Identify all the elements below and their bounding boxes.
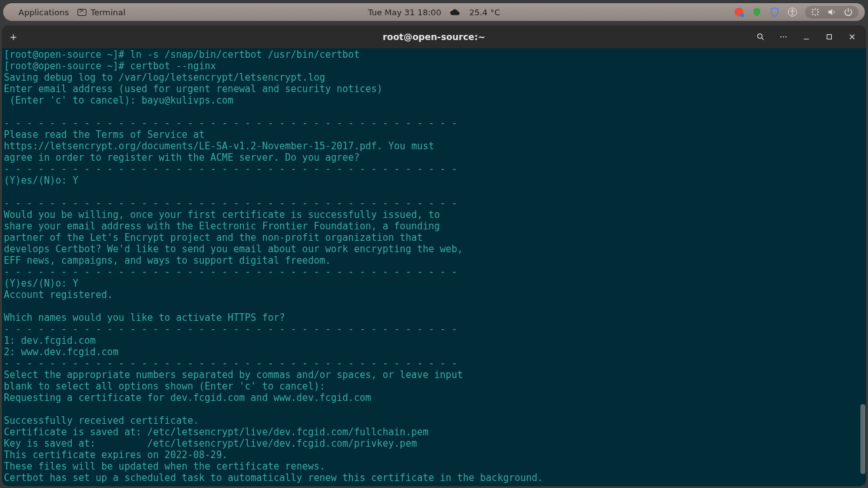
terminal-line: Certbot has set up a scheduled task to a… [4, 472, 864, 484]
terminal-line: Saving debug log to /var/log/letsencrypt… [4, 72, 864, 83]
terminal-icon [78, 9, 86, 16]
applications-menu[interactable]: Applications [18, 8, 69, 17]
terminal-window: + root@open-source:~ [root@open-source ~… [2, 25, 866, 486]
update-indicator-icon[interactable] [734, 7, 744, 17]
maximize-button[interactable] [819, 28, 839, 46]
terminal-output[interactable]: [root@open-source ~]# ln -s /snap/bin/ce… [2, 48, 866, 486]
terminal-line: partner of the Let's Encrypt project and… [4, 232, 864, 243]
terminal-line: Please read the Terms of Service at [4, 129, 864, 140]
terminal-line [4, 403, 864, 415]
clock[interactable]: Tue May 31 18:00 [368, 8, 441, 17]
shield-icon[interactable] [752, 7, 762, 17]
power-icon[interactable] [843, 7, 853, 17]
sysbar-right [734, 6, 858, 18]
terminal-line: - - - - - - - - - - - - - - - - - - - - … [4, 266, 864, 278]
terminal-line [4, 301, 864, 312]
terminal-line: https://letsencrypt.org/documents/LE-SA-… [4, 140, 864, 152]
terminal-line: Account registered. [4, 289, 864, 301]
terminal-line: These files will be updated when the cer… [4, 461, 864, 472]
sysbar-center: Tue May 31 18:00 25.4 °C [368, 7, 500, 17]
terminal-line: This certificate expires on 2022-08-29. [4, 449, 864, 461]
close-button[interactable] [842, 28, 862, 46]
sysbar-left: Applications Terminal [10, 8, 125, 17]
cloud-icon [450, 7, 460, 17]
terminal-line: agree in order to register with the ACME… [4, 152, 864, 163]
terminal-line: EFF news, campaigns, and ways to support… [4, 255, 864, 266]
new-tab-button[interactable]: + [2, 32, 25, 42]
svg-point-4 [783, 36, 784, 37]
terminal-line: (Y)es/(N)o: Y [4, 175, 864, 186]
terminal-line: 1: dev.fcgid.com [4, 335, 864, 346]
terminal-line: - - - - - - - - - - - - - - - - - - - - … [4, 118, 864, 129]
window-controls [750, 28, 866, 46]
volume-icon[interactable] [827, 7, 837, 17]
svg-point-1 [792, 10, 793, 11]
terminal-line: blank to select all options shown (Enter… [4, 381, 864, 392]
temperature: 25.4 °C [469, 8, 500, 17]
system-controls-cluster[interactable] [805, 6, 858, 18]
terminal-line: develops Certbot? We'd like to send you … [4, 243, 864, 255]
terminal-line: [root@open-source ~]# certbot --nginx [4, 60, 864, 72]
terminal-line [4, 186, 864, 198]
privacy-shield-icon[interactable] [770, 7, 780, 17]
svg-point-5 [785, 36, 787, 37]
network-icon[interactable] [810, 7, 820, 17]
terminal-app-label: Terminal [90, 8, 125, 17]
scrollbar-thumb[interactable] [860, 404, 865, 474]
minimize-button[interactable] [796, 28, 817, 46]
system-menu-bar: Applications Terminal Tue May 31 18:00 2… [3, 3, 865, 21]
scrollbar-track[interactable] [860, 48, 866, 486]
accessibility-icon[interactable] [787, 7, 797, 17]
terminal-line: Which names would you like to activate H… [4, 312, 864, 323]
terminal-line: Select the appropriate numbers separated… [4, 369, 864, 381]
terminal-line: (Y)es/(N)o: Y [4, 278, 864, 289]
terminal-line: - - - - - - - - - - - - - - - - - - - - … [4, 358, 864, 369]
menu-button[interactable] [773, 28, 794, 46]
terminal-line: (Enter 'c' to cancel): bayu@kulivps.com [4, 95, 864, 106]
window-titlebar: + root@open-source:~ [2, 25, 866, 48]
window-title: root@open-source:~ [383, 32, 485, 42]
terminal-line: - - - - - - - - - - - - - - - - - - - - … [4, 163, 864, 175]
terminal-line: - - - - - - - - - - - - - - - - - - - - … [4, 323, 864, 335]
terminal-line: Would you be willing, once your first ce… [4, 209, 864, 220]
terminal-line: Certificate is saved at: /etc/letsencryp… [4, 426, 864, 438]
terminal-line: 2: www.dev.fcgid.com [4, 346, 864, 358]
terminal-line: Key is saved at: /etc/letsencrypt/live/d… [4, 438, 864, 449]
terminal-line: Successfully received certificate. [4, 415, 864, 426]
terminal-line [4, 106, 864, 118]
terminal-app-menu[interactable]: Terminal [78, 8, 125, 17]
terminal-line: Requesting a certificate for dev.fcgid.c… [4, 392, 864, 403]
terminal-line: share your email address with the Electr… [4, 220, 864, 232]
search-button[interactable] [750, 28, 771, 46]
svg-point-3 [780, 36, 782, 37]
svg-rect-6 [827, 35, 832, 39]
terminal-line: - - - - - - - - - - - - - - - - - - - - … [4, 198, 864, 209]
terminal-line: [root@open-source ~]# ln -s /snap/bin/ce… [4, 49, 864, 60]
terminal-line: Enter email address (used for urgent ren… [4, 83, 864, 95]
svg-point-2 [757, 34, 762, 38]
